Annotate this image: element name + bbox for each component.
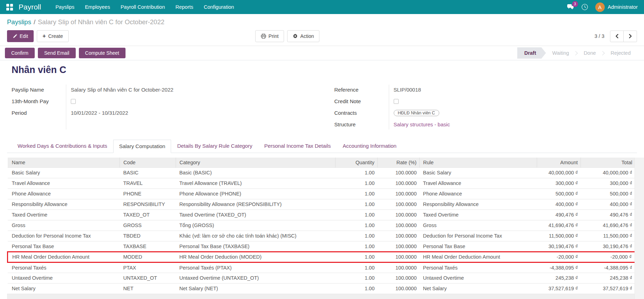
cell-category: HR Meal Order Deduction (MODED)	[176, 252, 335, 262]
period-label: Period	[12, 110, 66, 116]
cell-code: NET	[120, 283, 176, 294]
table-row[interactable]: Travel AllowanceTRAVELTravel Allowance (…	[8, 178, 635, 188]
col-header-rule[interactable]: Rule	[420, 158, 537, 167]
table-footer	[7, 294, 635, 299]
nav-item-payslips[interactable]: Payslips	[50, 0, 80, 14]
col-header-total[interactable]: Total	[581, 158, 635, 167]
cell-total: -20,000 ₫	[581, 252, 635, 262]
vertical-scrollbar[interactable]	[635, 158, 644, 299]
cell-category: Khác (vd: làm cơ sở cho các tính toán kh…	[176, 231, 335, 241]
pager-next-button[interactable]	[623, 31, 637, 42]
nav-item-employees[interactable]: Employees	[80, 0, 115, 14]
nav-item-configuration[interactable]: Configuration	[198, 0, 239, 14]
messages-icon[interactable]: 3	[567, 4, 574, 10]
confirm-button[interactable]: Confirm	[5, 48, 35, 58]
table-row[interactable]: GrossGROSSTổng (GROSS)1.00100.0000Gross4…	[8, 220, 635, 231]
breadcrumb-payslips[interactable]: Payslips	[7, 18, 31, 26]
table-row[interactable]: Responsibility AllowanceRESPONSIBILITYRe…	[8, 199, 635, 210]
col-header-code[interactable]: Code	[120, 158, 176, 167]
cell-rate: 100.0000	[378, 241, 420, 252]
cell-rate: 100.0000	[378, 262, 420, 273]
payslip-name-value: Salary Slip of Nhân viên C for October-2…	[66, 87, 174, 93]
status-draft[interactable]: Draft	[517, 47, 546, 59]
cell-total: 300,000 ₫	[581, 178, 635, 188]
cell-amount: 41,690,476 ₫	[537, 220, 581, 231]
structure-link[interactable]: Salary structures - basic	[389, 121, 450, 127]
action-button[interactable]: Action	[287, 30, 320, 42]
table-row[interactable]: Taxed OvertimeTAXED_OTTaxed Overtime (TA…	[8, 210, 635, 220]
create-button[interactable]: + Create	[37, 30, 68, 42]
cell-code: TAXED_OT	[120, 210, 176, 220]
cell-amount: 400,000 ₫	[537, 199, 581, 210]
status-pipeline: DraftWaitingDoneRejected	[517, 47, 639, 59]
structure-label: Structure	[334, 121, 389, 127]
cell-total: 41,690,476 ₫	[581, 220, 635, 231]
status-done[interactable]: Done	[577, 47, 602, 59]
table-row[interactable]: Untaxed OvertimeUNTAXED_OTUntaxed Overti…	[8, 273, 635, 283]
cell-code: MODED	[120, 252, 176, 262]
table-row-highlighted[interactable]: HR Meal Order Deduction AmountMODEDHR Me…	[8, 252, 635, 262]
tab-personal-income-tax-details[interactable]: Personal Income Tax Details	[258, 139, 337, 153]
cell-total: -4,388,095 ₫	[581, 262, 635, 273]
table-row[interactable]: Phone AllowancePHONEPhone Allowance (PHO…	[8, 188, 635, 199]
table-row[interactable]: Personal Tax BaseTAXBASEPersonal Tax Bas…	[8, 241, 635, 252]
cell-total: 500,000 ₫	[581, 188, 635, 199]
edit-button[interactable]: Edit	[7, 30, 34, 42]
pager: 3 / 3	[595, 31, 637, 42]
tab-details-by-salary-rule-category[interactable]: Details By Salary Rule Category	[171, 139, 258, 153]
cell-amount: -20,000 ₫	[537, 252, 581, 262]
13th-month-pay-label: 13th-Month Pay	[12, 98, 66, 104]
col-header-quantity[interactable]: Quantity	[335, 158, 378, 167]
cell-category: Personal Taxés (PTAX)	[176, 262, 335, 273]
table-row[interactable]: Net SalaryNETNet Salary (NET)1.00100.000…	[8, 283, 635, 294]
tab-salary-computation[interactable]: Salary Computation	[113, 140, 171, 153]
col-header-category[interactable]: Category	[176, 158, 335, 167]
activities-clock-icon[interactable]	[581, 4, 588, 11]
cell-quantity: 1.00	[335, 220, 378, 231]
top-navbar: Payroll PayslipsEmployeesPayroll Contrib…	[0, 0, 644, 14]
cell-rule: Deduction for Personal Income Tax	[420, 231, 537, 241]
cell-rule: Personal Taxés	[420, 262, 537, 273]
cell-name: HR Meal Order Deduction Amount	[8, 252, 120, 262]
navbar-right: 3 A Administrator	[567, 2, 639, 12]
cell-name: Phone Allowance	[8, 188, 120, 199]
status-waiting[interactable]: Waiting	[546, 47, 575, 59]
cell-amount: 11,500,000 ₫	[537, 231, 581, 241]
compute-sheet-button[interactable]: Compute Sheet	[79, 48, 126, 58]
table-row[interactable]: Deduction for Personal Income TaxTBDEDKh…	[8, 231, 635, 241]
user-menu[interactable]: A Administrator	[595, 2, 638, 12]
cell-quantity: 1.00	[335, 283, 378, 294]
col-header-name[interactable]: Name	[8, 158, 120, 167]
nav-item-payroll-contribution[interactable]: Payroll Contribution	[115, 0, 170, 14]
cell-name: Deduction for Personal Income Tax	[8, 231, 120, 241]
cell-name: Travel Allowance	[8, 178, 120, 188]
print-button[interactable]: Print	[255, 30, 284, 42]
tab-worked-days-contributions-inputs[interactable]: Worked Days & Contributions & Inputs	[12, 139, 113, 153]
send-email-button[interactable]: Send Email	[38, 48, 76, 58]
tab-accounting-information[interactable]: Accounting Information	[337, 139, 402, 153]
cell-total: 490,476 ₫	[581, 210, 635, 220]
cell-category: Tổng (GROSS)	[176, 220, 335, 231]
user-name: Administrator	[608, 4, 638, 10]
app-brand[interactable]: Payroll	[19, 3, 41, 11]
table-row[interactable]: Personal TaxésPTAXPersonal Taxés (PTAX)1…	[8, 262, 635, 273]
pager-previous-button[interactable]	[610, 31, 624, 42]
cell-rule: HR Meal Order Deduction Amount	[420, 252, 537, 262]
form-right-column: Reference SLIP/00018 Credit Note Contrac…	[334, 84, 633, 130]
form-left-column: Payslip Name Salary Slip of Nhân viên C …	[12, 84, 310, 130]
chevron-right-icon	[629, 34, 632, 38]
form-fields: Payslip Name Salary Slip of Nhân viên C …	[12, 84, 632, 130]
table-row[interactable]: Basic SalaryBASICBasic (BASIC)1.00100.00…	[8, 167, 635, 178]
plus-icon: +	[42, 33, 46, 39]
cell-category: Untaxed Overtime (UNTAXED_OT)	[176, 273, 335, 283]
cell-rate: 100.0000	[378, 178, 420, 188]
apps-grid-icon[interactable]	[6, 4, 13, 11]
nav-item-reports[interactable]: Reports	[170, 0, 198, 14]
status-rejected[interactable]: Rejected	[604, 47, 637, 59]
contract-pill[interactable]: HĐLĐ Nhân viên C	[394, 110, 439, 116]
cell-category: Phone Allowance (PHONE)	[176, 188, 335, 199]
col-header-amount[interactable]: Amount	[537, 158, 581, 167]
cell-total: 11,500,000 ₫	[581, 231, 635, 241]
col-header-rate[interactable]: Rate (%)	[378, 158, 420, 167]
breadcrumb-current: Salary Slip of Nhân viên C for October-2…	[38, 18, 164, 26]
